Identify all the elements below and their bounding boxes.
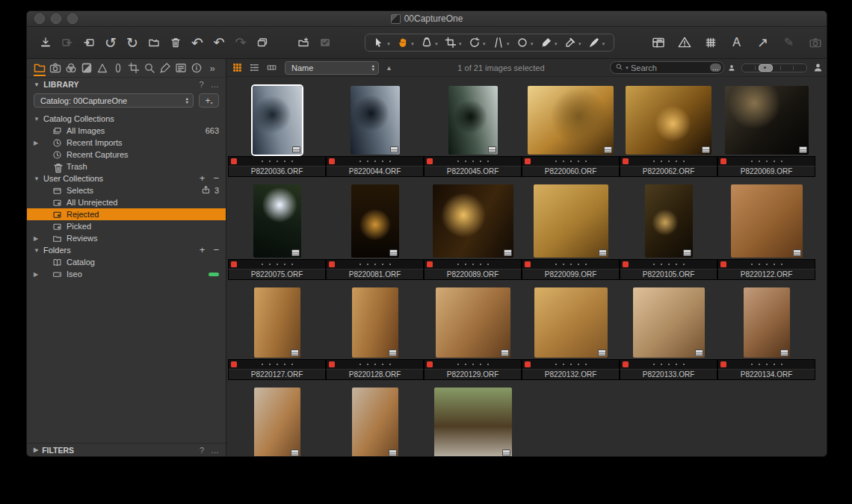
rating-band[interactable] bbox=[424, 156, 522, 166]
help-icon[interactable]: ? bbox=[199, 80, 203, 89]
stepper-icon[interactable]: ▲▼ bbox=[371, 64, 375, 71]
cursor-icon[interactable]: ▼ bbox=[371, 35, 393, 50]
folder-move-icon[interactable] bbox=[146, 34, 162, 52]
help-icon[interactable]: ? bbox=[200, 446, 204, 455]
thumbnail[interactable] bbox=[645, 184, 693, 258]
rotate-ccw-icon[interactable]: ↺ bbox=[102, 34, 119, 52]
sidebar-item-rejected[interactable]: Rejected bbox=[27, 208, 226, 220]
rating-band[interactable] bbox=[717, 156, 815, 166]
rating-band[interactable] bbox=[522, 156, 620, 166]
tree-section-user-collections[interactable]: ▼User Collections+− bbox=[27, 172, 226, 184]
tab-crop[interactable] bbox=[126, 60, 141, 76]
sidebar-item-selects[interactable]: Selects3 bbox=[27, 184, 226, 196]
panel-more-icon[interactable]: … bbox=[211, 446, 219, 455]
tab-info[interactable] bbox=[189, 60, 204, 76]
new-album-icon[interactable] bbox=[295, 34, 312, 52]
filters-panel-header[interactable]: ▶ FILTERS ? … bbox=[27, 443, 226, 456]
rating-band[interactable] bbox=[228, 359, 326, 369]
rating-band[interactable] bbox=[620, 259, 717, 269]
brush-icon[interactable]: ▼ bbox=[538, 35, 561, 50]
camera-capture-icon[interactable] bbox=[807, 34, 824, 52]
thumbnail[interactable] bbox=[254, 287, 300, 358]
annotations-icon[interactable]: A bbox=[729, 34, 745, 52]
sidebar-item-iseo[interactable]: ▶Iseo bbox=[27, 268, 226, 280]
slider-handle[interactable] bbox=[759, 64, 773, 72]
straighten-icon[interactable]: ▼ bbox=[490, 35, 513, 50]
color-tag-red[interactable] bbox=[720, 158, 726, 164]
thumbnail[interactable] bbox=[534, 287, 608, 358]
color-tag-red[interactable] bbox=[720, 261, 726, 267]
export-next-icon[interactable] bbox=[81, 34, 97, 52]
remove-collection-icon[interactable]: − bbox=[213, 175, 219, 182]
grid-overlay-icon[interactable] bbox=[703, 34, 719, 52]
rating-band[interactable] bbox=[326, 359, 424, 369]
tab-lens[interactable] bbox=[111, 60, 126, 76]
tab-capture[interactable] bbox=[48, 60, 63, 76]
sidebar-item-catalog[interactable]: Catalog bbox=[27, 256, 226, 268]
loupe-icon[interactable]: ▼ bbox=[419, 35, 441, 50]
thumb-size-small-icon[interactable] bbox=[728, 64, 735, 72]
filmstrip-view-button[interactable] bbox=[265, 62, 278, 74]
thumbnail[interactable] bbox=[351, 184, 399, 258]
rating-band[interactable] bbox=[424, 359, 522, 369]
rating-band[interactable] bbox=[522, 259, 620, 269]
rating-band[interactable] bbox=[228, 259, 326, 269]
sidebar-item-recent-imports[interactable]: ▶Recent Imports bbox=[27, 137, 226, 149]
import-icon[interactable] bbox=[37, 34, 54, 52]
zoom-button[interactable] bbox=[67, 13, 78, 24]
thumbnail-zoom-slider[interactable] bbox=[741, 63, 807, 72]
color-tag-red[interactable] bbox=[525, 361, 531, 367]
sidebar-item-picked[interactable]: Picked bbox=[27, 220, 226, 232]
sort-ascending-icon[interactable]: ▲ bbox=[386, 64, 392, 72]
color-tag-red[interactable] bbox=[525, 261, 531, 267]
collapse-triangle-icon[interactable]: ▼ bbox=[34, 247, 43, 254]
expand-triangle-icon[interactable]: ▶ bbox=[34, 447, 38, 453]
thumb-size-large-icon[interactable] bbox=[813, 63, 823, 72]
catalog-select[interactable]: Catalog: 00CaptureOne ▲▼ bbox=[34, 93, 194, 108]
thumbnail[interactable] bbox=[731, 184, 803, 258]
sort-select[interactable]: Name ▲▼ bbox=[285, 61, 379, 75]
color-tag-red[interactable] bbox=[329, 158, 335, 164]
library-panel-header[interactable]: ▼ LIBRARY ? … bbox=[27, 78, 226, 91]
rating-band[interactable] bbox=[717, 259, 815, 269]
thumbnail[interactable] bbox=[744, 287, 790, 358]
tree-section-folders[interactable]: ▼Folders+− bbox=[27, 244, 226, 256]
rating-band[interactable] bbox=[522, 359, 620, 369]
add-collection-icon[interactable]: + bbox=[200, 246, 206, 254]
thumbnail-selected[interactable] bbox=[253, 86, 302, 155]
thumbnail[interactable] bbox=[351, 86, 400, 155]
stepper-icon[interactable]: ▲▼ bbox=[185, 97, 189, 104]
color-tag-red[interactable] bbox=[427, 158, 433, 164]
color-tag-red[interactable] bbox=[231, 158, 237, 164]
list-view-button[interactable] bbox=[247, 62, 261, 74]
thumbnail[interactable] bbox=[626, 86, 711, 155]
search-input[interactable]: ▼ Search … bbox=[610, 61, 724, 74]
grid-view-button[interactable] bbox=[230, 62, 244, 74]
color-tag-red[interactable] bbox=[427, 261, 433, 267]
apply-check-icon[interactable] bbox=[317, 34, 333, 52]
sidebar-item-recent-captures[interactable]: Recent Captures bbox=[27, 149, 226, 161]
color-tag-red[interactable] bbox=[720, 361, 726, 367]
remove-collection-icon[interactable]: − bbox=[213, 246, 219, 254]
expand-triangle-icon[interactable]: ▶ bbox=[34, 235, 43, 242]
search-scope-caret-icon[interactable]: ▼ bbox=[625, 66, 629, 70]
rating-band[interactable] bbox=[326, 259, 424, 269]
crop-icon[interactable]: ▼ bbox=[442, 35, 465, 50]
thumbnail[interactable] bbox=[352, 388, 398, 456]
tab-adjustments[interactable] bbox=[158, 60, 173, 76]
tab-exposure[interactable] bbox=[79, 60, 94, 76]
rating-band[interactable] bbox=[717, 359, 815, 369]
sidebar-item-trash[interactable]: Trash bbox=[27, 161, 226, 172]
export-prev-icon[interactable] bbox=[59, 34, 75, 52]
sidebar-item-all-images[interactable]: All Images663 bbox=[27, 125, 226, 137]
tab-overflow[interactable]: » bbox=[205, 60, 220, 76]
rotate-cw-icon[interactable]: ↻ bbox=[124, 34, 141, 52]
tab-metadata[interactable] bbox=[173, 60, 188, 76]
tab-color[interactable] bbox=[64, 60, 78, 76]
minimize-button[interactable] bbox=[51, 13, 61, 24]
expand-triangle-icon[interactable]: ▶ bbox=[34, 140, 43, 146]
arrow-ne-icon[interactable]: ↗ bbox=[755, 34, 771, 52]
collapse-triangle-icon[interactable]: ▼ bbox=[34, 175, 43, 182]
color-tag-red[interactable] bbox=[623, 361, 629, 367]
thumbnail[interactable] bbox=[434, 388, 512, 456]
